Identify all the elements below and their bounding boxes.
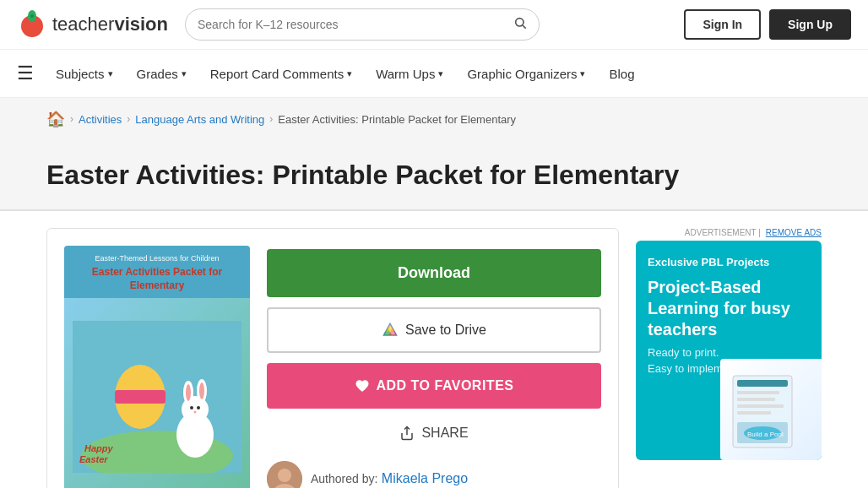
nav-item-grades[interactable]: Grades ▾ [125, 52, 198, 96]
nav-item-report-card-comments[interactable]: Report Card Comments ▾ [198, 52, 364, 96]
home-icon[interactable]: 🏠 [46, 110, 65, 128]
easter-illustration: Happy Easter [73, 321, 241, 473]
page-title-section: Easter Activities: Printable Packet for … [0, 140, 868, 211]
breadcrumb-current-page: Easter Activities: Printable Packet for … [278, 113, 516, 126]
svg-rect-33 [737, 411, 771, 415]
share-button[interactable]: SHARE [267, 419, 601, 447]
hamburger-button[interactable]: ☰ [17, 50, 44, 97]
logo-apple-icon [17, 9, 47, 40]
avatar-icon [267, 461, 302, 488]
svg-point-17 [194, 411, 197, 414]
ad-book-icon: Build a Pool [729, 367, 822, 452]
ad-book-image: Build a Pool [720, 359, 822, 460]
search-input[interactable] [198, 18, 507, 31]
breadcrumb-separator: › [269, 113, 273, 125]
signin-button[interactable]: Sign In [684, 9, 761, 40]
chevron-down-icon: ▾ [438, 68, 443, 79]
add-to-favorites-button[interactable]: ADD TO FAVORITES [267, 363, 601, 409]
author-name-link[interactable]: Mikaela Prego [382, 471, 468, 485]
svg-rect-8 [115, 390, 165, 404]
breadcrumb: 🏠 › Activities › Language Arts and Writi… [0, 98, 868, 140]
main-content: Easter-Themed Lessons for Children Easte… [0, 211, 868, 488]
share-icon [399, 426, 415, 441]
svg-text:Happy: Happy [84, 443, 114, 453]
logo[interactable]: teachervision [17, 9, 168, 40]
svg-rect-29 [737, 380, 788, 387]
search-bar [185, 8, 540, 41]
svg-point-16 [197, 406, 200, 409]
svg-rect-31 [737, 398, 775, 401]
page-title: Easter Activities: Printable Packet for … [46, 159, 822, 191]
svg-point-13 [186, 384, 191, 401]
svg-line-4 [523, 25, 526, 29]
ad-tag: Exclusive PBL Projects [648, 256, 810, 268]
author-info: Authored by: Mikaela Prego [311, 471, 468, 486]
header-actions: Sign In Sign Up [684, 9, 851, 40]
preview-main-title: Easter Activities Packet for Elementary [74, 266, 240, 292]
nav-item-warm-ups[interactable]: Warm Ups ▾ [364, 52, 455, 96]
svg-point-3 [516, 19, 524, 26]
breadcrumb-language-arts[interactable]: Language Arts and Writing [135, 113, 264, 126]
svg-point-26 [278, 469, 291, 482]
google-drive-icon [382, 323, 399, 338]
chevron-down-icon: ▾ [182, 68, 187, 79]
logo-label: teachervision [52, 14, 168, 35]
chevron-down-icon: ▾ [108, 68, 113, 79]
preview-illustration: Happy Easter [64, 298, 250, 488]
preview-top: Easter-Themed Lessons for Children Easte… [64, 246, 250, 297]
chevron-down-icon: ▾ [580, 68, 585, 79]
author-row: Authored by: Mikaela Prego [267, 461, 601, 488]
header: teachervision Sign In Sign Up [0, 0, 868, 50]
breadcrumb-separator: › [127, 113, 130, 125]
main-nav: ☰ Subjects ▾ Grades ▾ Report Card Commen… [0, 50, 868, 98]
search-button[interactable] [513, 16, 527, 33]
ad-card: Exclusive PBL Projects Project-Based Lea… [636, 241, 822, 460]
svg-point-15 [190, 406, 193, 409]
signup-button[interactable]: Sign Up [769, 9, 851, 40]
svg-text:Build a Pool: Build a Pool [747, 431, 784, 438]
author-prefix: Authored by: [311, 472, 377, 485]
svg-text:Easter: Easter [79, 454, 108, 464]
nav-item-graphic-organizers[interactable]: Graphic Organizers ▾ [455, 52, 597, 96]
save-to-drive-button[interactable]: Save to Drive [267, 307, 601, 353]
download-button[interactable]: Download [267, 249, 601, 297]
nav-item-subjects[interactable]: Subjects ▾ [44, 52, 125, 96]
svg-point-2 [30, 14, 34, 18]
svg-point-14 [199, 382, 204, 399]
ad-sidebar: ADVERTISEMENT | REMOVE ADS Exclusive PBL… [636, 228, 822, 488]
svg-rect-32 [737, 404, 784, 408]
preview-subtitle: Easter-Themed Lessons for Children [74, 254, 240, 263]
nav-item-blog[interactable]: Blog [597, 52, 646, 96]
preview-image: Easter-Themed Lessons for Children Easte… [64, 246, 250, 488]
chevron-down-icon: ▾ [347, 68, 352, 79]
remove-ads-link[interactable]: REMOVE ADS [766, 228, 822, 237]
breadcrumb-activities[interactable]: Activities [79, 113, 122, 126]
content-card: Easter-Themed Lessons for Children Easte… [46, 228, 619, 488]
search-icon [513, 16, 527, 30]
action-buttons: Download Save to Drive ADD TO FAVORITES [267, 246, 601, 488]
heart-icon [355, 378, 370, 393]
svg-marker-23 [386, 324, 395, 332]
breadcrumb-separator: › [70, 113, 73, 125]
ad-label-row: ADVERTISEMENT | REMOVE ADS [636, 228, 822, 237]
ad-title: Project-Based Learning for busy teachers [648, 277, 810, 340]
advertisement-label: ADVERTISEMENT | [685, 228, 761, 237]
author-avatar [267, 461, 302, 488]
svg-rect-30 [737, 391, 779, 394]
